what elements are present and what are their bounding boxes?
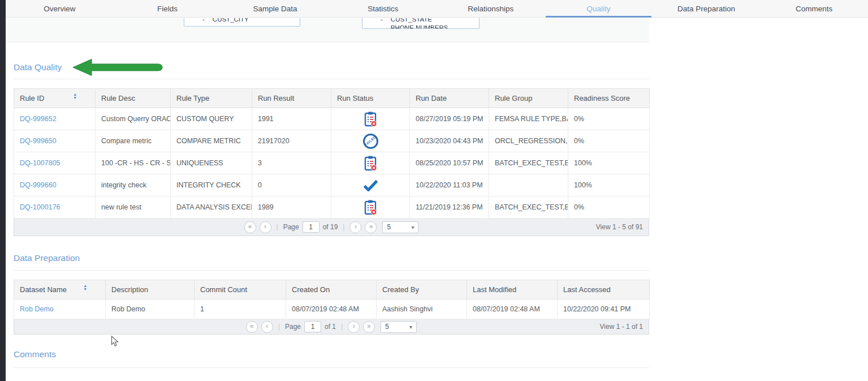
tab-overview[interactable]: Overview bbox=[6, 0, 114, 17]
sort-icon[interactable]: ▲ ▼ bbox=[84, 284, 87, 290]
rule-group-cell: ORCL_REGRESSION,BA... bbox=[489, 130, 568, 152]
readiness-score-cell: 0% bbox=[568, 130, 650, 152]
field-bullet: - bbox=[202, 18, 205, 23]
col-readiness-score[interactable]: Readiness Score bbox=[568, 89, 650, 108]
tab-quality[interactable]: Quality bbox=[545, 0, 653, 17]
run-result-cell: 21917020 bbox=[252, 130, 331, 152]
data-quality-heading: Data Quality bbox=[14, 62, 62, 72]
failed-stamp-icon: FAILED bbox=[363, 134, 378, 149]
tab-bar: Overview Fields Sample Data Statistics R… bbox=[6, 0, 868, 18]
rule-type-cell: INTEGRITY CHECK bbox=[171, 174, 252, 196]
col-rule-group[interactable]: Rule Group bbox=[489, 89, 568, 108]
page-size-value: 5 bbox=[385, 323, 389, 331]
col-created-on[interactable]: Created On bbox=[286, 280, 377, 299]
created-by-cell: Aashish Singhvi bbox=[377, 299, 467, 319]
commit-count-cell: 1 bbox=[195, 299, 286, 319]
run-status-cell bbox=[331, 196, 410, 219]
page-count-label: of 1 bbox=[325, 323, 336, 331]
section-divider bbox=[14, 79, 649, 79]
comments-heading: Comments bbox=[14, 349, 56, 359]
run-result-cell: 3 bbox=[252, 152, 331, 174]
next-page-button[interactable]: › bbox=[349, 221, 361, 233]
tab-fields[interactable]: Fields bbox=[114, 0, 222, 17]
tab-relationships[interactable]: Relationships bbox=[437, 0, 545, 17]
col-rule-id-label: Rule ID bbox=[20, 94, 44, 102]
col-last-modified[interactable]: Last Modified bbox=[467, 280, 558, 299]
section-divider bbox=[14, 367, 649, 368]
col-run-date[interactable]: Run Date bbox=[410, 89, 489, 108]
last-page-button[interactable]: » bbox=[365, 221, 377, 233]
col-last-accessed[interactable]: Last Accessed bbox=[558, 280, 650, 299]
page-label: Page bbox=[285, 323, 301, 331]
tab-data-preparation[interactable]: Data Preparation bbox=[653, 0, 761, 17]
prev-page-button[interactable]: ‹ bbox=[261, 321, 273, 333]
run-status-cell bbox=[331, 152, 410, 174]
rule-desc-cell: integrity check bbox=[96, 174, 171, 196]
readiness-score-cell: 100% bbox=[568, 152, 650, 174]
table-row: DQ-999652 Custom Querry ORACLE CUSTOM QU… bbox=[14, 108, 650, 130]
previous-section-remnant: - CUST_CITY - CUST_STATE - PHONE NUMBERS bbox=[6, 18, 649, 42]
col-rule-id[interactable]: Rule ID ▲ ▼ bbox=[14, 89, 96, 108]
dq-header-row: Rule ID ▲ ▼ Rule Desc Rule Type Run Resu… bbox=[14, 89, 650, 108]
col-run-result[interactable]: Run Result bbox=[252, 89, 331, 108]
page-label: Page bbox=[283, 223, 299, 231]
run-result-cell: 1991 bbox=[252, 108, 331, 130]
pagination-divider: | bbox=[341, 323, 343, 331]
col-run-status[interactable]: Run Status bbox=[331, 89, 410, 108]
description-cell: Rob Demo bbox=[106, 299, 195, 319]
col-rule-type[interactable]: Rule Type bbox=[171, 89, 252, 108]
dp-pagination-bar: « ‹ | Page of 1 | › » 5 ▾ View 1 - 1 of … bbox=[14, 319, 649, 335]
tab-comments[interactable]: Comments bbox=[760, 0, 868, 17]
rule-id-link[interactable]: DQ-999660 bbox=[14, 174, 96, 196]
run-status-cell: FAILED bbox=[331, 130, 410, 152]
rule-id-link[interactable]: DQ-999650 bbox=[14, 130, 96, 152]
table-row: DQ-999660 integrity check INTEGRITY CHEC… bbox=[14, 174, 650, 196]
run-result-cell: 0 bbox=[252, 174, 331, 196]
table-row: DQ-999650 Compare metric COMPARE METRIC … bbox=[14, 130, 650, 152]
last-page-button[interactable]: » bbox=[363, 321, 375, 333]
col-commit-count[interactable]: Commit Count bbox=[195, 280, 286, 299]
green-annotation-arrow-icon bbox=[72, 58, 166, 76]
field-label: CUST_CITY bbox=[213, 18, 249, 23]
rule-id-link[interactable]: DQ-1007805 bbox=[14, 152, 96, 174]
tab-statistics[interactable]: Statistics bbox=[329, 0, 437, 17]
tab-sample-data[interactable]: Sample Data bbox=[221, 0, 329, 17]
dataset-name-link[interactable]: Rob Demo bbox=[14, 299, 106, 319]
page-number-input[interactable] bbox=[304, 321, 321, 332]
table-row: DQ-1007805 100 -CR - HS - CR - SC ... UN… bbox=[14, 152, 650, 174]
dp-header-row: Dataset Name ▲ ▼ Description Commit Coun… bbox=[14, 280, 650, 299]
first-page-button[interactable]: « bbox=[244, 221, 256, 233]
pagination-divider: | bbox=[343, 223, 344, 231]
run-status-cell bbox=[331, 108, 410, 130]
field-bullet: - bbox=[381, 24, 383, 29]
mouse-cursor bbox=[111, 336, 119, 347]
table-row: DQ-1000176 new rule test DATA ANALYSIS E… bbox=[14, 196, 650, 219]
field-label: CUST_STATE bbox=[391, 18, 432, 23]
prev-page-button[interactable]: ‹ bbox=[260, 221, 271, 233]
rule-desc-cell: 100 -CR - HS - CR - SC ... bbox=[96, 152, 171, 174]
clipboard-error-icon bbox=[364, 200, 377, 215]
chevron-down-icon: ▾ bbox=[409, 324, 412, 330]
col-description[interactable]: Description bbox=[106, 280, 195, 299]
page-number-input[interactable] bbox=[303, 221, 319, 233]
sort-icon[interactable]: ▲ ▼ bbox=[74, 93, 77, 99]
rule-type-cell: CUSTOM QUERY bbox=[171, 108, 252, 130]
col-created-by[interactable]: Created By bbox=[377, 280, 467, 299]
next-page-button[interactable]: › bbox=[348, 321, 360, 333]
page-size-select[interactable]: 5 ▾ bbox=[382, 221, 418, 233]
failed-stamp-text: FAILED bbox=[364, 135, 377, 147]
rule-id-link[interactable]: DQ-1000176 bbox=[14, 196, 96, 219]
rule-type-cell: COMPARE METRIC bbox=[171, 130, 252, 152]
rule-group-cell: FEMSA RULE TYPE,BAT... bbox=[489, 108, 568, 130]
last-modified-cell: 08/07/2019 02:48 AM bbox=[467, 299, 558, 319]
rule-id-link[interactable]: DQ-999652 bbox=[14, 108, 96, 130]
col-dataset-name[interactable]: Dataset Name ▲ ▼ bbox=[14, 280, 106, 299]
readiness-score-cell: 0% bbox=[568, 108, 650, 130]
page-size-select[interactable]: 5 ▾ bbox=[381, 321, 417, 333]
run-date-cell: 10/23/2020 04:43 PM bbox=[410, 130, 489, 152]
first-page-button[interactable]: « bbox=[246, 321, 258, 333]
clipboard-error-icon bbox=[364, 112, 377, 127]
run-status-cell bbox=[331, 174, 410, 196]
col-rule-desc[interactable]: Rule Desc bbox=[96, 89, 171, 108]
data-quality-table: Rule ID ▲ ▼ Rule Desc Rule Type Run Resu… bbox=[14, 88, 649, 236]
